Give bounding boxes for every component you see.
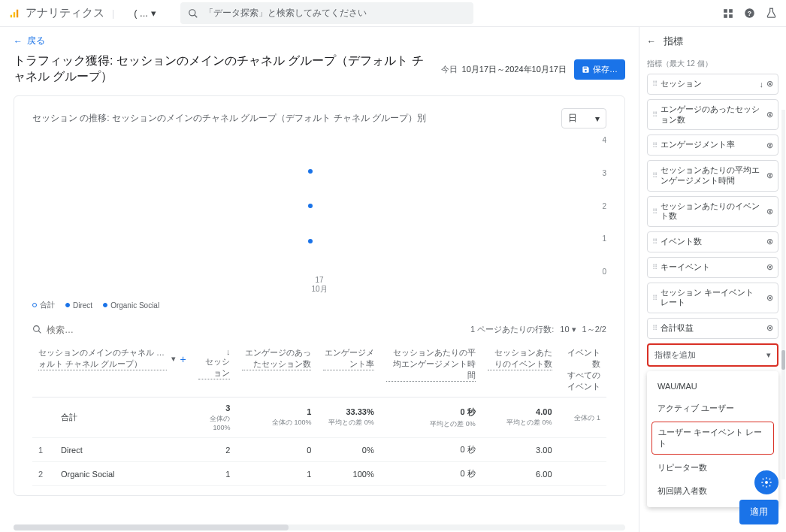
metric-chip[interactable]: ⠿セッションあたりのイベント数⊗: [647, 196, 778, 228]
search-box[interactable]: 「データ探索」と検索してみてください: [180, 2, 473, 24]
sort-down-icon: ↓: [760, 80, 764, 89]
metric-chip[interactable]: ⠿イベント数⊗: [647, 231, 778, 252]
col-event-count[interactable]: イベント数 すべてのイベント: [567, 348, 600, 391]
metric-name: 合計収益: [661, 323, 763, 334]
legend-dot-icon: [32, 303, 37, 307]
metric-name: セッションあたりのイベント数: [661, 201, 763, 222]
remove-metric-icon[interactable]: ⊗: [766, 323, 773, 333]
date-range-picker[interactable]: 今日 10月17日～2024年10月17日: [441, 64, 567, 75]
drag-handle-icon[interactable]: ⠿: [652, 207, 658, 216]
table-row[interactable]: 1Direct200%0 秒3.00: [32, 438, 606, 462]
drag-handle-icon[interactable]: ⠿: [652, 80, 658, 88]
svg-rect-8: [729, 14, 733, 18]
remove-metric-icon[interactable]: ⊗: [766, 141, 773, 150]
legend-item[interactable]: 合計: [32, 300, 55, 310]
data-point[interactable]: [308, 239, 313, 243]
horizontal-scrollbar[interactable]: [14, 524, 625, 530]
col-engaged-sessions[interactable]: エンゲージのあったセッション数: [242, 347, 311, 370]
totals-cell: 33.33%平均との差 0%: [317, 397, 379, 438]
svg-rect-1: [14, 12, 15, 17]
save-button[interactable]: 保存…: [574, 59, 625, 80]
rows-per-page-select[interactable]: 10 ▾: [560, 325, 576, 334]
data-point[interactable]: [308, 204, 313, 208]
svg-line-13: [38, 331, 41, 333]
col-events-per-session[interactable]: セッションあたりのイベント数: [488, 347, 552, 370]
metric-chip[interactable]: ⠿エンゲージメント率⊗: [647, 135, 778, 156]
data-point[interactable]: [308, 169, 313, 174]
svg-rect-5: [724, 9, 727, 13]
table-row[interactable]: 2Organic Social11100%0 秒6.00: [32, 462, 606, 486]
drag-handle-icon[interactable]: ⠿: [652, 237, 658, 246]
app-name: アナリティクス: [26, 6, 104, 20]
customize-fab[interactable]: [754, 470, 778, 494]
svg-rect-0: [11, 14, 12, 17]
app-logo[interactable]: アナリティクス: [9, 6, 104, 20]
svg-rect-2: [17, 9, 18, 17]
row-dimension: Direct: [55, 438, 192, 462]
chevron-down-icon[interactable]: ▾: [171, 354, 176, 364]
remove-metric-icon[interactable]: ⊗: [766, 207, 773, 216]
account-selector[interactable]: ( ... ▾: [128, 5, 162, 22]
metric-option[interactable]: ユーザー キーイベント レート: [651, 422, 774, 455]
drag-handle-icon[interactable]: ⠿: [652, 324, 658, 332]
drag-handle-icon[interactable]: ⠿: [652, 141, 658, 150]
metric-name: エンゲージのあったセッション数: [661, 104, 763, 125]
metric-chip[interactable]: ⠿セッション キーイベント レート⊗: [647, 283, 778, 314]
remove-metric-icon[interactable]: ⊗: [766, 79, 773, 89]
drag-handle-icon[interactable]: ⠿: [652, 294, 658, 302]
col-engagement-rate[interactable]: エンゲージメント率: [323, 347, 373, 370]
apps-icon[interactable]: [723, 8, 733, 19]
metric-chip[interactable]: ⠿セッションあたりの平均エンゲージメント時間⊗: [647, 160, 778, 192]
y-tick: 1: [591, 234, 606, 243]
data-table: セッションのメインのチャネル …ォルト チャネル グループ） ▾ + ↓ セッシ…: [32, 344, 606, 486]
arrow-left-icon: ←: [14, 36, 23, 47]
y-tick: 3: [591, 169, 606, 177]
metric-chip[interactable]: ⠿合計収益⊗: [647, 318, 778, 339]
drag-handle-icon[interactable]: ⠿: [652, 171, 658, 180]
chart-title: セッション の推移: セッションのメインのチャネル グループ（デフォルト チャネ…: [32, 112, 561, 125]
drag-handle-icon[interactable]: ⠿: [652, 110, 658, 119]
drag-handle-icon[interactable]: ⠿: [652, 263, 658, 271]
remove-metric-icon[interactable]: ⊗: [766, 262, 773, 272]
col-avg-engagement-time[interactable]: セッションあたりの平均エンゲージメント時間: [386, 347, 476, 382]
table-search-input[interactable]: [47, 325, 137, 335]
side-scrollbar[interactable]: [781, 110, 785, 479]
help-icon[interactable]: ?: [744, 8, 755, 19]
col-sessions[interactable]: セッション: [198, 356, 231, 379]
chevron-down-icon: ▾: [151, 8, 156, 19]
metric-chip[interactable]: ⠿セッション↓⊗: [647, 74, 778, 95]
metric-option[interactable]: アクティブ ユーザー: [647, 397, 778, 420]
add-dimension-button[interactable]: +: [180, 353, 186, 365]
search-icon: [188, 8, 198, 19]
sort-desc-icon[interactable]: ↓: [226, 347, 231, 356]
add-metric-dropdown[interactable]: 指標を追加 ▾: [647, 343, 778, 367]
totals-cell: 3全体の 100%: [192, 397, 237, 438]
table-search[interactable]: [32, 325, 464, 335]
legend-item[interactable]: Organic Social: [103, 300, 159, 310]
back-link[interactable]: ← 戻る: [14, 35, 625, 47]
cell: 3.00: [482, 438, 558, 462]
cell: 100%: [317, 462, 379, 486]
remove-metric-icon[interactable]: ⊗: [766, 110, 773, 119]
totals-cell: 全体の 1: [558, 397, 606, 438]
scrollbar-thumb[interactable]: [14, 524, 289, 530]
labs-icon[interactable]: [766, 8, 777, 19]
granularity-select[interactable]: 日 ▾: [561, 108, 606, 128]
save-icon: [582, 65, 590, 74]
totals-label: 合計: [55, 397, 192, 438]
svg-line-4: [195, 14, 198, 17]
metric-option[interactable]: WAU/MAU: [647, 376, 778, 397]
search-placeholder: 「データ探索」と検索してみてください: [204, 7, 367, 20]
totals-cell: 4.00平均との差 0%: [482, 397, 558, 438]
back-icon[interactable]: ←: [647, 36, 656, 47]
metric-chip[interactable]: ⠿キーイベント⊗: [647, 257, 778, 278]
cell: [558, 462, 606, 486]
scrollbar-thumb[interactable]: [781, 350, 785, 370]
remove-metric-icon[interactable]: ⊗: [766, 293, 773, 303]
metric-chip[interactable]: ⠿エンゲージのあったセッション数⊗: [647, 99, 778, 131]
apply-button[interactable]: 適用: [739, 500, 778, 524]
remove-metric-icon[interactable]: ⊗: [766, 237, 773, 246]
legend-item[interactable]: Direct: [65, 300, 92, 310]
remove-metric-icon[interactable]: ⊗: [766, 171, 773, 180]
legend-label: Organic Social: [110, 301, 159, 310]
